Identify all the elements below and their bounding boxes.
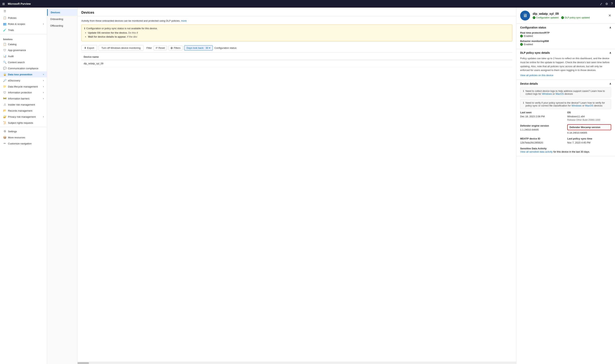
dlp-policy-content: Policy updates can take up to 2 hours to… (516, 57, 615, 80)
more-resources-icon: 📦 (3, 136, 6, 139)
help-icon[interactable]: ? (611, 2, 613, 5)
mdatp-id-value: 12b7bda1fb1365820: (520, 141, 564, 144)
customize-icon: ✏ (3, 142, 6, 145)
config-status-header[interactable]: Configuration status ∧ (516, 24, 615, 31)
filters-button[interactable]: ⧾ Filters (168, 46, 182, 50)
ediscovery-icon: 🔎 (3, 79, 6, 82)
sidebar-item-customize-nav[interactable]: ✏ Customize navigation (0, 141, 47, 146)
sidebar-item-information-barriers[interactable]: 🚧 Information barriers ▾ (0, 95, 47, 102)
horizontal-scrollbar[interactable] (78, 362, 516, 364)
last-seen-os-row: Last seen Dec 18, 2023 2:08 PM OS Window… (520, 111, 611, 121)
last-policy-sync-value: Nov 7, 2023 4:45 PM (567, 141, 611, 144)
grid-icon[interactable]: ⊞ (2, 2, 5, 6)
sidebar-item-insider-risk[interactable]: ⚠ Insider risk management (0, 102, 47, 108)
sidebar-item-data-lifecycle[interactable]: 📁 Data lifecycle management ▾ (0, 83, 47, 90)
chevron-down-icon: ▾ (43, 91, 44, 93)
last-policy-sync-col: Last policy sync time Nov 7, 2023 4:45 P… (567, 137, 611, 144)
info-barriers-icon: 🚧 (3, 97, 6, 100)
filter-label: Filter (147, 47, 152, 49)
config-status-content: Real time protection/RTP Enabled Behavio… (516, 31, 615, 49)
policies-icon: 📋 (3, 16, 6, 20)
dlp-policy-header[interactable]: DLP policy sync details ∧ (516, 49, 615, 57)
sidebar-item-subject-rights[interactable]: 📜 Subject rights requests (0, 120, 47, 126)
export-button[interactable]: ⬇ Export (81, 45, 97, 51)
device-details-header[interactable]: Device details ∧ (516, 80, 615, 88)
bm-label: Behavior monitoring/BM (520, 40, 611, 42)
col-device-name: Device name (81, 54, 512, 60)
rtp-value: Enabled (520, 35, 611, 37)
sensitive-data-value: View all sensitive data activity for thi… (520, 150, 611, 153)
topbar-actions: ⤤ ⚙ ? (600, 2, 613, 6)
records-icon: 📂 (3, 109, 6, 112)
share-icon[interactable]: ⤤ (600, 2, 602, 6)
config-status-label: Configuration status: (214, 46, 237, 50)
sidebar-item-audit[interactable]: 📊 Audit (0, 53, 47, 59)
sidebar-item-policies[interactable]: 📋 Policies (0, 15, 47, 21)
sidebar-item-app-governance[interactable]: 🛡 App governance (0, 47, 47, 53)
view-all-policies-link[interactable]: View all policies on this device (520, 74, 553, 77)
sidebar-item-records-management[interactable]: 📂 Records management (0, 108, 47, 114)
defender-mocamp-col: Defender Mocamp version 4.18.24010.64005 (567, 124, 611, 134)
sidebar-item-content-search[interactable]: 🔍 Content search (0, 59, 47, 65)
device-details-content: ℹ Need to collect device logs to help ad… (516, 88, 615, 156)
nav-item-devices[interactable]: Devices (47, 9, 77, 16)
detail-panel-header: 🖥 dlp_wdatp_syl_09 Configuration updated… (516, 8, 615, 24)
turn-off-monitoring-button[interactable]: Turn off Windows device monitoring (99, 45, 143, 51)
warning-list: Update OS version for the device. Do thi… (88, 31, 510, 39)
config-status-section: Configuration status ∧ Real time protect… (516, 24, 615, 49)
macos-link-1[interactable]: MacOS (556, 92, 564, 95)
defender-engine-col: Defender engine version 1.1.24010.64005 (520, 124, 564, 134)
defender-mocamp-label: Defender Mocamp version (567, 124, 611, 130)
device-name: dlp_wdatp_syl_09 (533, 12, 606, 15)
devices-table: Device name dlp_wdatp_syl_09 (81, 54, 512, 67)
table-header: Device name (81, 54, 512, 60)
chevron-down-icon: ▾ (43, 98, 44, 100)
reset-button[interactable]: ↺ Reset (153, 46, 167, 50)
close-button[interactable]: ✕ (608, 13, 611, 18)
sidebar-item-communication-compliance[interactable]: 💬 Communication compliance (0, 65, 47, 71)
sensitive-data-label: Sensitive Data Activity (520, 147, 611, 150)
roles-icon: 👥 (3, 22, 6, 26)
windows-link-1[interactable]: Windows (542, 92, 552, 95)
scrollbar-thumb[interactable] (78, 362, 89, 364)
reset-icon: ↺ (155, 47, 157, 49)
content-area: Devices Activity from these onboarded de… (78, 8, 516, 364)
info-protection-icon: 🛡 (3, 91, 6, 94)
sidebar-item-trials[interactable]: 🧪 Trials (0, 27, 47, 33)
app-governance-icon: 🛡 (3, 49, 6, 52)
sidebar-item-ediscovery[interactable]: 🔎 eDiscovery ▾ (0, 78, 47, 83)
nav-item-onboarding[interactable]: Onboarding (47, 16, 77, 22)
sidebar: ☰ 📋 Policies 👥 Roles & scopes ▾ 🧪 Trials… (0, 8, 47, 364)
sidebar-item-more-resources[interactable]: 📦 More resources (0, 134, 47, 141)
device-info: dlp_wdatp_syl_09 Configuration updated D… (533, 12, 606, 19)
filter-icon: ⧾ (170, 47, 173, 49)
dlp-policy-title: DLP policy sync details (520, 51, 550, 54)
sidebar-toggle[interactable]: ☰ (0, 8, 47, 15)
policy-note: Policy updates can take up to 2 hours to… (520, 57, 611, 72)
insider-risk-icon: ⚠ (3, 103, 6, 106)
sensitive-data-link[interactable]: View all sensitive data activity (520, 150, 553, 153)
data-lifecycle-icon: 📁 (3, 85, 6, 88)
table-row[interactable]: dlp_wdatp_syl_09 (81, 60, 512, 67)
badge-config-updated: Configuration updated (533, 16, 559, 19)
device-details-title: Device details (520, 82, 538, 85)
windows-link-2[interactable]: Windows (572, 104, 582, 107)
last-seen-label: Last seen (520, 111, 564, 114)
settings-icon[interactable]: ⚙ (605, 2, 608, 6)
sidebar-item-settings[interactable]: ⚙ Settings (0, 128, 47, 134)
days-lookback-dropdown[interactable]: Days look back: 30 ▾ (184, 45, 213, 51)
audit-icon: 📊 (3, 54, 6, 58)
sidebar-item-catalog[interactable]: 📋 Catalog (0, 41, 47, 47)
nav-item-offboarding[interactable]: Offboarding (47, 22, 77, 29)
hamburger-icon: ☰ (3, 10, 6, 13)
subject-rights-icon: 📜 (3, 121, 6, 125)
info-icon: ℹ (523, 90, 524, 95)
catalog-icon: 📋 (3, 42, 6, 46)
sidebar-item-roles-scopes[interactable]: 👥 Roles & scopes ▾ (0, 21, 47, 27)
sidebar-item-information-protection[interactable]: 🛡 Information protection ▾ (0, 90, 47, 95)
sidebar-item-privacy-risk[interactable]: 🔐 Privacy risk management ▾ (0, 114, 47, 120)
macos-link-2[interactable]: MacOS (585, 104, 593, 107)
config-status-title: Configuration status (520, 26, 546, 29)
more-link[interactable]: more (181, 19, 187, 22)
sidebar-item-data-loss-prevention[interactable]: 🔒 Data loss prevention ▾ (0, 71, 47, 78)
